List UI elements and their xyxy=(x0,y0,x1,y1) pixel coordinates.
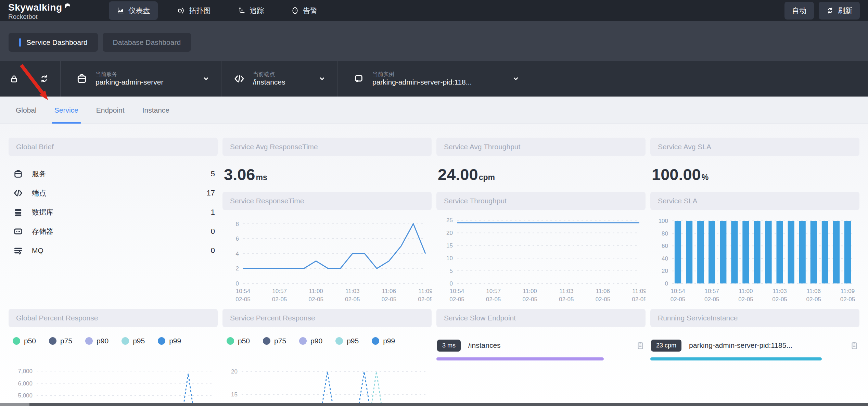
card-running-service-instance: Running ServiceInstance 23 cpm parking-a… xyxy=(650,309,859,406)
nav-item-trace[interactable]: 追踪 xyxy=(230,1,272,20)
card-title-text: Service Percent Response xyxy=(230,314,315,322)
list-item-label: 端点 xyxy=(32,188,46,198)
svg-text:02-05: 02-05 xyxy=(671,296,685,303)
tab-instance[interactable]: Instance xyxy=(133,97,178,124)
current-service-selector[interactable]: 当前服务 parking-admin-server xyxy=(61,61,221,97)
card-service-slow-endpoint: Service Slow Endpoint 3 ms /instances xyxy=(436,309,646,406)
card-title: Service Avg Throughput xyxy=(436,138,646,156)
card-title: Service Throughput xyxy=(436,192,646,210)
svg-text:0: 0 xyxy=(665,280,668,287)
clipboard-icon[interactable] xyxy=(636,341,645,350)
percentile-legend: p50 p75 p90 p95 p99 xyxy=(9,335,218,346)
auto-refresh-button[interactable]: 自动 xyxy=(784,2,814,20)
tab-endpoint[interactable]: Endpoint xyxy=(87,97,133,124)
selector-label: 当前服务 xyxy=(95,71,163,78)
legend-item-p90: p90 xyxy=(299,337,322,345)
card-title: Service Avg SLA xyxy=(650,138,859,156)
card-title-text: Running ServiceInstance xyxy=(658,314,738,322)
legend-dot xyxy=(49,337,56,345)
card-title: Running ServiceInstance xyxy=(650,309,859,327)
svg-text:11:03: 11:03 xyxy=(559,288,573,294)
endpoint-name: /instances xyxy=(468,341,501,350)
reload-selectors-button[interactable] xyxy=(28,61,61,97)
list-item-value: 5 xyxy=(211,169,215,178)
endpoint-value-bar xyxy=(436,357,604,360)
legend-item-p75: p75 xyxy=(49,337,72,345)
cpm-badge: 23 cpm xyxy=(651,340,681,352)
skywalking-dashboard-page: Skywalking Rocketbot 仪表盘 拓扑图 xyxy=(0,0,868,406)
svg-text:5,000: 5,000 xyxy=(18,392,33,399)
sla-bar-chart: 02040608010010:5402-0510:5702-0511:0002-… xyxy=(650,213,859,307)
card-title: Service SLA xyxy=(650,192,859,210)
lock-button[interactable] xyxy=(0,61,28,97)
legend-item-p75: p75 xyxy=(263,337,286,345)
svg-text:15: 15 xyxy=(231,391,238,398)
svg-text:20: 20 xyxy=(231,368,238,375)
svg-text:11:06: 11:06 xyxy=(382,288,396,294)
tab-global[interactable]: Global xyxy=(7,97,46,124)
chevron-down-icon xyxy=(319,75,326,82)
svg-text:11:06: 11:06 xyxy=(596,288,610,294)
list-item-mq: MQ 0 xyxy=(9,241,218,260)
current-instance-selector[interactable]: 当前实例 parking-admin-server-pid:118... xyxy=(337,61,531,97)
refresh-button-label: 刷新 xyxy=(838,6,852,15)
svg-text:100: 100 xyxy=(659,218,668,224)
mq-icon xyxy=(13,246,23,255)
tab-service-dashboard[interactable]: Service Dashboard xyxy=(9,33,98,52)
tab-service[interactable]: Service xyxy=(46,97,87,124)
card-title-text: Service ResponseTime xyxy=(230,197,304,205)
refresh-button[interactable]: 刷新 xyxy=(819,2,860,20)
scope-tab-label: Global xyxy=(16,106,37,114)
list-item-label: 服务 xyxy=(32,169,46,179)
running-instance-row: 23 cpm parking-admin-server-pid:1185... xyxy=(650,337,859,354)
nav-item-dashboard[interactable]: 仪表盘 xyxy=(109,1,158,20)
refresh-icon xyxy=(826,7,834,14)
response-time-line-chart: 0246810:5402-0510:5702-0511:0002-0511:03… xyxy=(222,213,432,307)
scope-tab-label: Instance xyxy=(142,106,169,114)
selector-label: 当前端点 xyxy=(253,71,285,78)
legend-dot xyxy=(85,337,93,345)
svg-text:80: 80 xyxy=(662,230,668,237)
svg-text:02-05: 02-05 xyxy=(235,296,250,303)
tab-label: Database Dashboard xyxy=(113,38,181,47)
instance-icon xyxy=(353,73,364,84)
list-item-label: MQ xyxy=(32,246,43,255)
card-title-text: Service Avg ResponseTime xyxy=(230,143,318,151)
list-item-services: 服务 5 xyxy=(9,164,218,183)
nav-item-label: 追踪 xyxy=(250,6,264,15)
svg-text:11:06: 11:06 xyxy=(807,288,821,294)
svg-text:02-05: 02-05 xyxy=(772,296,787,303)
database-icon xyxy=(13,207,23,217)
svg-text:10:57: 10:57 xyxy=(486,288,501,294)
svg-text:02-05: 02-05 xyxy=(840,296,855,303)
tab-database-dashboard[interactable]: Database Dashboard xyxy=(103,33,191,52)
nav-item-label: 告警 xyxy=(303,6,318,15)
avg-sla-value: 100.00% xyxy=(650,156,859,192)
auto-button-label: 自动 xyxy=(792,6,806,15)
nav-item-topology[interactable]: 拓扑图 xyxy=(169,1,218,20)
slow-endpoint-row: 3 ms /instances xyxy=(436,337,646,354)
dashboard-content: Global Brief 服务 5 xyxy=(0,124,868,406)
legend-dot xyxy=(335,337,343,345)
instance-name: parking-admin-server-pid:1185... xyxy=(689,341,792,350)
svg-text:0: 0 xyxy=(236,280,239,287)
current-endpoint-selector[interactable]: 当前端点 /instances xyxy=(221,61,337,97)
legend-item-p99: p99 xyxy=(158,337,181,345)
legend-dot xyxy=(372,337,379,345)
legend-dot xyxy=(263,337,270,345)
card-title-text: Service Avg Throughput xyxy=(444,143,520,151)
clipboard-icon[interactable] xyxy=(850,341,859,350)
svg-text:02-05: 02-05 xyxy=(806,296,821,303)
logo-subtitle: Rocketbot xyxy=(8,13,71,20)
card-service-percent-response: Service Percent Response p50 p75 p90 p95… xyxy=(222,309,432,406)
svg-text:60: 60 xyxy=(662,243,668,249)
nav-item-alarm[interactable]: 告警 xyxy=(283,1,325,20)
metric-value: 24.00 xyxy=(438,165,478,183)
dashboard-icon xyxy=(116,7,125,15)
card-title-text: Service SLA xyxy=(658,197,698,205)
card-service-throughput: Service Avg Throughput 24.00cpm Service … xyxy=(436,138,646,309)
top-navbar: Skywalking Rocketbot 仪表盘 拓扑图 xyxy=(0,0,868,21)
moon-icon xyxy=(64,2,71,10)
card-title: Service ResponseTime xyxy=(222,192,432,210)
logo-title: Skywalking xyxy=(8,2,62,12)
